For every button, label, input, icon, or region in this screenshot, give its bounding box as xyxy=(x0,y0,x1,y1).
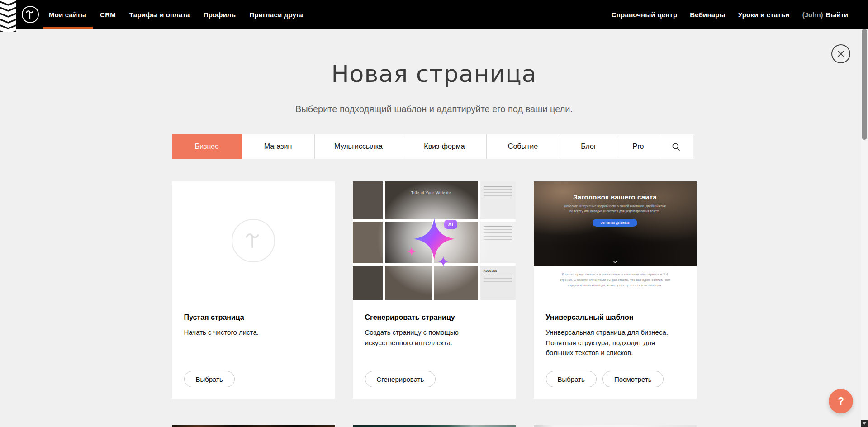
template-card-partial[interactable] xyxy=(353,425,516,427)
scrollbar-thumb[interactable] xyxy=(862,29,867,140)
ai-template-preview[interactable]: Title of Your Website About us xyxy=(353,181,516,300)
template-card-universal: Заголовок вашего сайта Добавьте интересн… xyxy=(534,181,697,399)
ai-badge: AI xyxy=(444,220,457,229)
template-card-ai-generate: Title of Your Website About us xyxy=(353,181,516,399)
card-info: Универсальный шаблон Универсальная стран… xyxy=(534,300,697,399)
close-button[interactable] xyxy=(831,44,850,63)
template-category-tabs: Бизнес Магазин Мультиссылка Квиз-форма С… xyxy=(172,134,697,159)
universal-template-preview[interactable]: Заголовок вашего сайта Добавьте интересн… xyxy=(534,181,697,300)
nav-item-help-center[interactable]: Справочный центр xyxy=(612,0,678,29)
page-title: Новая страница xyxy=(0,60,868,88)
nav-item-crm[interactable]: CRM xyxy=(100,0,116,29)
nav-item-invite-friend[interactable]: Пригласи друга xyxy=(249,0,303,29)
tilda-logo[interactable] xyxy=(22,6,39,23)
blank-template-preview[interactable] xyxy=(172,181,335,300)
scrollbar-down-arrow[interactable] xyxy=(861,420,868,427)
close-icon xyxy=(837,50,844,57)
card-description: Начать с чистого листа. xyxy=(184,327,320,338)
tilda-watermark-icon xyxy=(232,219,275,262)
main-navigation: Мои сайты CRM Тарифы и оплата Профиль Пр… xyxy=(49,0,303,29)
new-page-dialog: Новая страница Выберите подходящий шабло… xyxy=(0,60,868,427)
secondary-navigation: Справочный центр Вебинары Уроки и статьи… xyxy=(612,0,848,29)
zigzag-pattern xyxy=(0,0,16,32)
template-card-blank: Пустая страница Начать с чистого листа. … xyxy=(172,181,335,399)
tab-search[interactable] xyxy=(659,134,693,159)
template-hero: Заголовок вашего сайта Добавьте интересн… xyxy=(534,181,697,266)
card-title: Пустая страница xyxy=(184,313,323,322)
page-subtitle: Выберите подходящий шаблон и адаптируйте… xyxy=(0,104,868,114)
card-title: Универсальный шаблон xyxy=(546,313,684,322)
card-info: Сгенерировать страницу Создать страницу … xyxy=(353,300,516,399)
card-description: Универсальная страница для бизнеса. Поня… xyxy=(546,327,682,358)
user-name: (John) xyxy=(802,11,823,19)
tab-quiz[interactable]: Квиз-форма xyxy=(403,134,487,159)
scrollbar-track[interactable] xyxy=(861,29,868,427)
template-body: Коротко представьтесь и расскажите о ком… xyxy=(534,266,697,288)
select-blank-button[interactable]: Выбрать xyxy=(184,371,235,387)
topbar: Мои сайты CRM Тарифы и оплата Профиль Пр… xyxy=(0,0,868,29)
logout-link[interactable]: Выйти xyxy=(826,11,848,19)
search-icon xyxy=(672,142,680,151)
tab-blog[interactable]: Блог xyxy=(560,134,618,159)
template-card-partial[interactable] xyxy=(534,425,697,427)
card-description: Создать страницу с помощью искусственног… xyxy=(365,327,501,348)
template-card-partial[interactable] xyxy=(172,425,335,427)
card-info: Пустая страница Начать с чистого листа. … xyxy=(172,300,335,399)
nav-item-lessons[interactable]: Уроки и статьи xyxy=(738,0,790,29)
nav-item-profile[interactable]: Профиль xyxy=(204,0,236,29)
tab-shop[interactable]: Магазин xyxy=(242,134,315,159)
template-heading: Заголовок вашего сайта xyxy=(573,193,657,201)
card-title: Сгенерировать страницу xyxy=(365,313,503,322)
tab-multilink[interactable]: Мультиссылка xyxy=(314,134,403,159)
nav-item-webinars[interactable]: Вебинары xyxy=(690,0,725,29)
tab-event[interactable]: Событие xyxy=(486,134,560,159)
user-box: (John) Выйти xyxy=(802,0,848,29)
small-sparkle-icon xyxy=(438,256,449,267)
chevron-down-icon xyxy=(612,260,618,263)
help-button[interactable]: ? xyxy=(829,389,853,413)
template-body-text: Коротко представьтесь и расскажите о ком… xyxy=(558,272,672,288)
template-cards-row-2 xyxy=(172,425,697,427)
template-cards-row: Пустая страница Начать с чистого листа. … xyxy=(172,181,697,399)
generate-page-button[interactable]: Сгенерировать xyxy=(365,371,436,387)
nav-item-tariffs[interactable]: Тарифы и оплата xyxy=(129,0,190,29)
template-cta-button: Основное действие xyxy=(593,219,637,227)
tab-pro[interactable]: Pro xyxy=(618,134,659,159)
preview-universal-button[interactable]: Посмотреть xyxy=(602,371,664,387)
tab-business[interactable]: Бизнес xyxy=(172,134,242,159)
template-subheading: Добавьте интересные подробности о вашей … xyxy=(563,204,668,214)
select-universal-button[interactable]: Выбрать xyxy=(546,371,597,387)
small-sparkle-icon xyxy=(407,247,416,256)
nav-item-my-sites[interactable]: Мои сайты xyxy=(49,0,86,29)
